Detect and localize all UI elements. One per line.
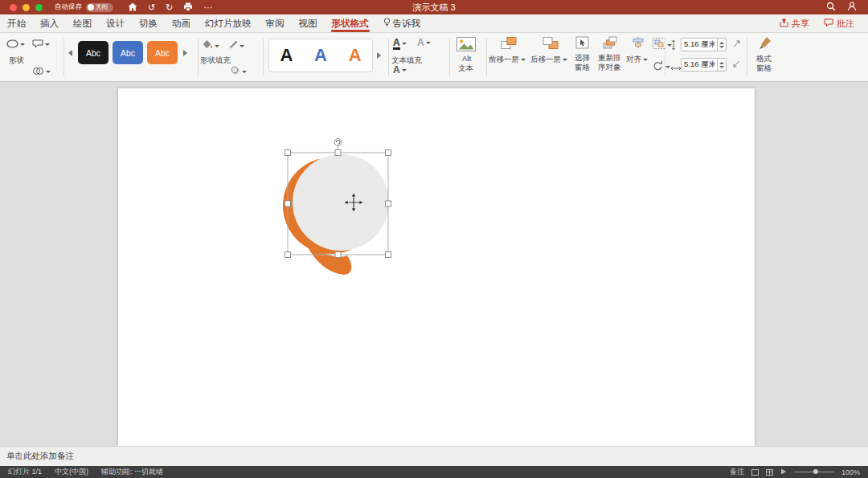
zoom-slider[interactable] — [794, 472, 834, 472]
shape-effects-button[interactable] — [231, 64, 247, 79]
merge-shapes-icon — [32, 64, 44, 79]
callout-shape-button[interactable] — [32, 37, 50, 51]
selection-pane-button[interactable] — [575, 36, 589, 52]
account-icon[interactable] — [847, 0, 857, 14]
slide[interactable] — [118, 88, 755, 446]
wordart-gallery-next-button[interactable] — [377, 52, 381, 59]
send-backward-button[interactable]: 后移一层 — [530, 55, 567, 65]
rotation-handle[interactable] — [334, 139, 342, 146]
comments-button[interactable]: 批注 — [817, 18, 862, 30]
align-label: 对齐 — [626, 55, 641, 65]
language-indicator[interactable]: 中文(中国) — [55, 467, 88, 477]
ribbon-shape-format: 形状 Abc Abc Abc 形状填充 A A A — [0, 33, 868, 82]
shape-style-orange[interactable]: Abc — [147, 41, 178, 64]
align-button[interactable]: 对齐 — [626, 55, 648, 65]
gray-circle-shape[interactable] — [293, 154, 389, 251]
selected-shape-group[interactable] — [273, 133, 414, 294]
shape-fill-button[interactable] — [202, 39, 219, 53]
tab-design[interactable]: 设计 — [99, 14, 132, 32]
tab-animations[interactable]: 动画 — [165, 14, 198, 32]
tab-shape-format[interactable]: 形状格式 — [325, 14, 376, 32]
chevron-down-icon — [46, 71, 51, 73]
tab-draw[interactable]: 绘图 — [66, 14, 99, 32]
chevron-down-icon — [426, 42, 431, 44]
slide-sorter-view-icon[interactable] — [766, 469, 773, 476]
chevron-down-icon — [643, 59, 648, 61]
zoom-level[interactable]: 100% — [841, 468, 860, 476]
tab-insert[interactable]: 插入 — [33, 14, 66, 32]
bring-forward-icon-slot — [501, 36, 517, 53]
lightbulb-icon — [383, 18, 391, 29]
format-pane-button[interactable] — [759, 36, 772, 53]
send-backward-label: 后移一层 — [530, 55, 561, 65]
tab-slideshow[interactable]: 幻灯片放映 — [198, 14, 259, 32]
bring-forward-button[interactable]: 前移一层 — [489, 55, 526, 65]
chevron-down-icon — [45, 43, 50, 46]
tab-review[interactable]: 审阅 — [259, 14, 292, 32]
zoom-window-button[interactable] — [35, 4, 43, 11]
text-outline-button[interactable]: A — [417, 38, 431, 47]
slideshow-view-icon[interactable] — [780, 468, 787, 476]
shape-height-input[interactable] — [681, 38, 718, 51]
more-commands-icon[interactable]: ⋯ — [203, 3, 212, 12]
notes-pane[interactable]: 单击此处添加备注 — [0, 446, 868, 466]
shape-height-icon — [670, 39, 677, 54]
resize-handle-icon-bottom[interactable] — [733, 60, 740, 67]
share-icon — [780, 18, 788, 29]
width-icon-slot — [670, 60, 682, 75]
toggle-knob-icon — [88, 4, 94, 10]
rotate-icon — [653, 59, 664, 74]
chevron-down-icon — [215, 45, 219, 47]
editing-canvas[interactable] — [0, 82, 868, 446]
tab-view[interactable]: 视图 — [292, 14, 325, 32]
width-stepper[interactable] — [718, 58, 727, 71]
close-window-button[interactable] — [10, 4, 17, 11]
chevron-down-icon — [563, 59, 567, 61]
undo-icon[interactable]: ↺ — [148, 3, 155, 12]
group-objects-button[interactable] — [653, 38, 672, 52]
wordart-style-gallery[interactable]: A A A — [268, 39, 373, 72]
oval-shape-button[interactable] — [6, 37, 25, 51]
tab-home[interactable]: 开始 — [0, 14, 33, 32]
reorder-objects-button[interactable] — [603, 36, 617, 52]
send-backward-icon — [542, 36, 559, 53]
style-gallery-prev-button[interactable] — [68, 50, 72, 56]
callout-shape-icon — [32, 37, 43, 51]
accessibility-status[interactable]: 辅助功能: 一切就绪 — [101, 467, 163, 477]
slide-indicator: 幻灯片 1/1 — [8, 467, 42, 477]
resize-handle-icon-top[interactable] — [733, 40, 740, 47]
selection-pane-label-2: 窗格 — [575, 63, 590, 73]
notes-toggle-button[interactable]: 备注 — [730, 467, 744, 477]
height-icon-slot — [670, 39, 677, 54]
tab-transitions[interactable]: 切换 — [132, 14, 165, 32]
autosave-toggle[interactable]: 关闭 — [86, 3, 113, 12]
merge-shapes-button[interactable] — [32, 64, 51, 79]
search-icon[interactable] — [826, 0, 836, 14]
wordart-style-black[interactable]: A — [269, 47, 304, 64]
wordart-style-blue[interactable]: A — [304, 47, 338, 64]
rotate-objects-button[interactable] — [653, 59, 670, 74]
home-icon[interactable] — [128, 2, 137, 13]
comments-label: 批注 — [837, 18, 854, 30]
minimize-window-button[interactable] — [23, 4, 30, 11]
autosave-control[interactable]: 自动保存 关闭 — [55, 2, 113, 12]
shape-width-input[interactable] — [681, 58, 718, 71]
text-fill-button[interactable]: A — [393, 38, 407, 50]
share-button[interactable]: 共享 — [772, 18, 817, 30]
height-stepper[interactable] — [718, 38, 727, 51]
chevron-down-icon — [240, 45, 244, 47]
chevron-down-icon — [402, 43, 407, 45]
shape-outline-button[interactable] — [228, 39, 244, 53]
shape-style-blue[interactable]: Abc — [113, 41, 143, 64]
text-effects-button[interactable]: A — [393, 65, 407, 75]
print-icon[interactable] — [183, 2, 193, 13]
tab-tell-me[interactable]: 告诉我 — [376, 14, 428, 32]
shape-style-black[interactable]: Abc — [78, 41, 108, 64]
ribbon-tab-bar: 开始 插入 绘图 设计 切换 动画 幻灯片放映 审阅 视图 形状格式 告诉我 共… — [0, 14, 868, 33]
alt-text-button[interactable] — [457, 37, 476, 55]
redo-icon[interactable]: ↻ — [166, 3, 173, 12]
normal-view-icon[interactable] — [751, 469, 759, 476]
wordart-style-orange[interactable]: A — [338, 47, 372, 64]
zoom-slider-knob[interactable] — [813, 469, 818, 474]
style-gallery-next-button[interactable] — [183, 50, 187, 56]
